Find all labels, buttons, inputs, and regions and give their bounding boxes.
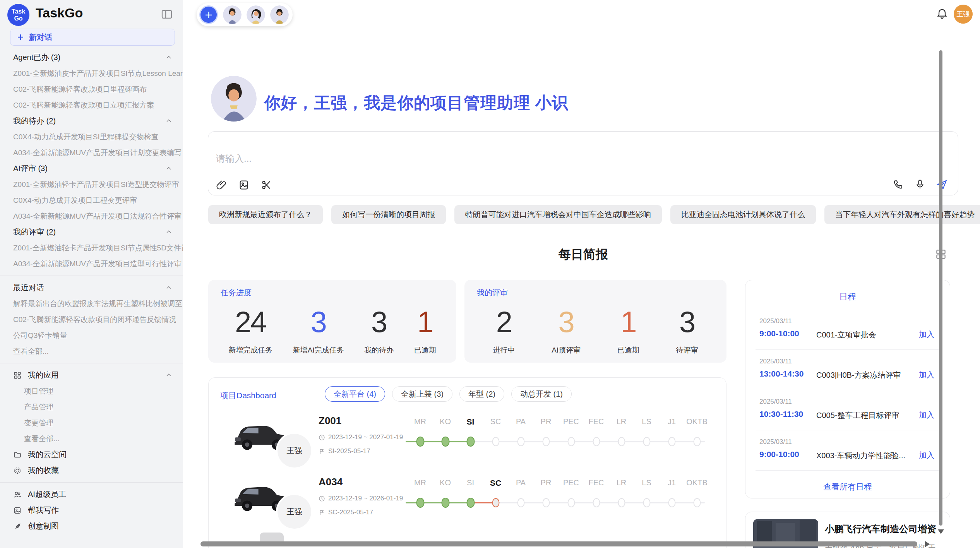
image-attach-icon[interactable]	[238, 180, 249, 190]
stat-overdue: 1已逾期	[414, 307, 436, 355]
horizontal-scrollbar[interactable]	[200, 541, 917, 546]
scroll-right-arrow[interactable]	[925, 541, 930, 547]
milestone-dot[interactable]	[693, 498, 701, 507]
suggestion-chip[interactable]: 如何写一份清晰的项目周报	[331, 205, 446, 224]
milestone-dot[interactable]	[668, 437, 675, 446]
divider	[0, 276, 183, 276]
tab-year-model[interactable]: 年型 (2)	[459, 386, 504, 402]
view-all-schedule-link[interactable]: 查看所有日程	[745, 481, 950, 492]
join-button[interactable]: 加入	[919, 450, 934, 461]
milestone-dot[interactable]	[441, 498, 449, 508]
tab-powertrain-dev[interactable]: 动总开发 (1)	[511, 386, 572, 402]
milestone-dot[interactable]	[693, 437, 701, 446]
milestone-dot[interactable]	[618, 498, 625, 507]
sidebar-collapse-button[interactable]	[159, 7, 174, 22]
recent-chat-item[interactable]: C02-飞腾新能源轻客改款项目的闭环通告反馈情况	[0, 312, 183, 327]
recent-chat-item[interactable]: 公司Q3轻卡销量	[0, 327, 183, 343]
paperclip-icon[interactable]	[216, 180, 227, 190]
app-title: TaskGo	[36, 5, 83, 21]
section-agent-done[interactable]: Agent已办 (3)	[0, 50, 183, 65]
event-date: 2025/03/11	[759, 358, 792, 365]
sidebar-task-item[interactable]: A034-全新新能源MUV产品开发项目计划变更表编写	[0, 145, 183, 161]
sidebar-task-item[interactable]: A034-全新新能源MUV产品开发项目法规符合性评审	[0, 208, 183, 224]
sidebar-task-item[interactable]: C02-飞腾新能源轻客改款项目立项汇报方案	[0, 97, 183, 113]
milestone-dot[interactable]	[593, 437, 600, 446]
suggestion-chip[interactable]: 特朗普可能对进口汽车增税会对中国车企造成哪些影响	[454, 205, 662, 224]
sidebar-task-item[interactable]: Z001-全新燃油皮卡产品开发项目SI节点Lesson Learn报告	[0, 65, 183, 81]
sidebar-task-item[interactable]: C0X4-动力总成开发项目工程变更评审	[0, 192, 183, 208]
project-flag-milestone: SC-2025-05-17	[319, 509, 373, 516]
new-chat-button[interactable]: 新对话	[10, 29, 175, 46]
tab-all-new-platform[interactable]: 全新平台 (4)	[325, 386, 385, 402]
new-agent-button[interactable]: ＋	[199, 5, 218, 24]
milestone-dot[interactable]	[466, 437, 475, 447]
app-link-change-mgmt[interactable]: 变更管理	[0, 415, 183, 431]
milestone-dot[interactable]	[668, 498, 675, 507]
sidebar-item-my-apps[interactable]: 我的应用	[0, 367, 183, 383]
notifications-bell-icon[interactable]	[936, 8, 948, 20]
milestone-dot[interactable]	[618, 437, 625, 446]
sidebar-item-help-write[interactable]: 帮我写作	[0, 502, 183, 518]
project-row[interactable]: 王强 A034 2023-12-19 ~ 2026-01-19 SC-2025-…	[209, 475, 726, 526]
app-link-product-mgmt[interactable]: 产品管理	[0, 399, 183, 415]
project-owner-badge: 王强	[276, 493, 313, 530]
milestone-dot[interactable]	[593, 498, 600, 507]
milestone-dot[interactable]	[542, 437, 550, 446]
milestone-dot[interactable]	[643, 498, 650, 507]
view-all-apps[interactable]: 查看全部...	[0, 431, 183, 447]
section-ai-review[interactable]: AI评审 (3)	[0, 161, 183, 176]
join-button[interactable]: 加入	[919, 370, 934, 380]
section-my-review[interactable]: 我的评审 (2)	[0, 224, 183, 240]
suggestion-chip[interactable]: 当下年轻人对汽车外观有怎样的喜好趋势	[824, 205, 980, 224]
agent-avatar[interactable]	[270, 5, 289, 24]
milestone-dot[interactable]	[416, 498, 424, 508]
suggestion-chip[interactable]: 比亚迪全固态电池计划具体说了什么	[670, 205, 816, 224]
user-avatar[interactable]: 王强	[954, 5, 973, 24]
join-button[interactable]: 加入	[919, 329, 934, 340]
sidebar-task-item[interactable]: Z001-全新燃油轻卡产品开发项目SI造型提交物评审	[0, 176, 183, 192]
tab-new-body[interactable]: 全新上装 (3)	[392, 386, 452, 402]
scroll-down-arrow[interactable]	[938, 529, 944, 534]
milestone-dot[interactable]	[517, 437, 524, 446]
milestone-dot[interactable]	[567, 498, 575, 507]
milestone-label: J1	[659, 478, 684, 488]
phone-icon[interactable]	[893, 179, 904, 190]
project-row[interactable]: 王强 Z001 2023-12-19 ~ 2027-01-19 SI-2025-…	[209, 414, 726, 465]
sidebar-item-ai-employee[interactable]: AI超级员工	[0, 486, 183, 502]
sidebar-item-favorites[interactable]: 我的收藏	[0, 462, 183, 478]
section-recent-chats[interactable]: 最近对话	[0, 280, 183, 296]
clock-icon	[319, 495, 325, 502]
chat-input[interactable]	[216, 153, 758, 164]
agent-avatar[interactable]	[247, 5, 265, 24]
sidebar-task-item[interactable]: C0X4-动力总成开发项目SI里程碑提交物检查	[0, 129, 183, 145]
sidebar-task-item[interactable]: C02-飞腾新能源轻客改款项目里程碑画布	[0, 81, 183, 97]
suggestion-chip[interactable]: 欧洲新规最近颁布了什么？	[208, 205, 323, 224]
microphone-icon[interactable]	[915, 179, 925, 190]
event-date: 2025/03/11	[759, 398, 792, 406]
agent-avatar[interactable]	[223, 5, 242, 24]
event-name: C001-立项审批会	[816, 330, 876, 340]
new-chat-label: 新对话	[29, 32, 52, 43]
app-link-project-mgmt[interactable]: 项目管理	[0, 383, 183, 399]
milestone-dot[interactable]	[643, 437, 650, 446]
stat-ai-pre-review: 3AI预评审	[552, 307, 581, 355]
chevron-up-icon	[165, 228, 173, 236]
vertical-scrollbar[interactable]	[939, 50, 942, 526]
milestone-dot[interactable]	[542, 498, 550, 507]
milestone-dot[interactable]	[492, 437, 499, 446]
scissors-icon[interactable]	[261, 180, 272, 190]
milestone-dot[interactable]	[492, 498, 499, 507]
milestone-dot[interactable]	[567, 437, 575, 446]
sidebar-task-item[interactable]: A034-全新新能源MUV产品开发项目造型可行性评审	[0, 256, 183, 272]
sidebar-item-creative-draw[interactable]: 创意制图	[0, 518, 183, 534]
view-all-chats[interactable]: 查看全部...	[0, 343, 183, 359]
join-button[interactable]: 加入	[919, 410, 934, 420]
milestone-dot[interactable]	[517, 498, 524, 507]
milestone-dot[interactable]	[441, 437, 449, 447]
sidebar-item-cloud-space[interactable]: 我的云空间	[0, 447, 183, 462]
sidebar-task-item[interactable]: Z001-全新燃油轻卡产品开发项目SI节点属性5D文件评审	[0, 240, 183, 256]
section-my-todo[interactable]: 我的待办 (2)	[0, 113, 183, 129]
milestone-dot[interactable]	[466, 498, 475, 508]
milestone-dot[interactable]	[416, 437, 424, 447]
recent-chat-item[interactable]: 解释最新出台的欧盟报废车法规再生塑料比例被调至15%...	[0, 296, 183, 312]
